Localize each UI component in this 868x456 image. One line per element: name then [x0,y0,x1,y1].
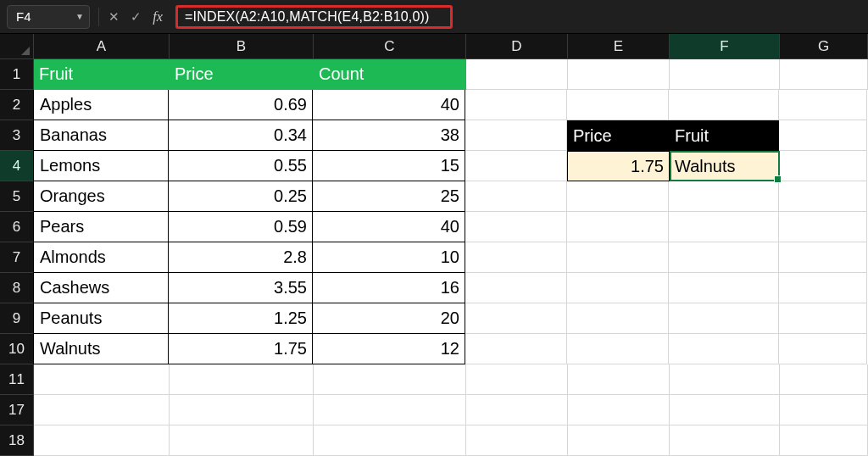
cell-d17[interactable] [466,395,568,425]
cell-c9[interactable]: 20 [313,303,465,334]
cell-b10[interactable]: 1.75 [169,334,313,364]
cell-g9[interactable] [779,303,867,334]
cell-g17[interactable] [780,395,868,425]
cell-f1[interactable] [670,59,780,90]
cell-g4[interactable] [779,151,867,181]
formula-input[interactable]: =INDEX(A2:A10,MATCH(E4,B2:B10,0)) [185,9,430,24]
cell-b3[interactable]: 0.34 [169,120,313,151]
cell-a8[interactable]: Cashews [33,273,169,303]
cell-g18[interactable] [780,425,868,456]
cell-d4[interactable] [465,151,567,181]
cell-e8[interactable] [567,273,669,303]
cell-c18[interactable] [314,425,466,456]
cell-b18[interactable] [170,425,314,456]
cell-b7[interactable]: 2.8 [169,242,313,273]
cell-d8[interactable] [465,273,567,303]
cell-g6[interactable] [779,212,867,242]
column-header-d[interactable]: D [466,34,568,59]
cell-d7[interactable] [465,242,567,273]
cell-b6[interactable]: 0.59 [169,212,313,242]
cell-g10[interactable] [779,334,867,364]
cell-g3[interactable] [779,120,867,151]
row-header-17[interactable]: 17 [0,395,34,425]
cell-b8[interactable]: 3.55 [169,273,313,303]
name-box[interactable]: F4 ▼ [7,5,90,29]
cell-b17[interactable] [170,395,314,425]
cell-f3[interactable]: Fruit [669,120,779,151]
column-header-a[interactable]: A [34,34,170,59]
cell-a17[interactable] [34,395,170,425]
fx-icon[interactable]: fx [147,9,169,25]
row-header-8[interactable]: 8 [0,273,34,303]
cell-g1[interactable] [780,59,868,90]
row-header-11[interactable]: 11 [0,364,34,395]
cell-a10[interactable]: Walnuts [33,334,169,364]
cell-c2[interactable]: 40 [313,90,465,120]
cell-f17[interactable] [670,395,780,425]
row-header-3[interactable]: 3 [0,120,34,151]
cell-b1[interactable]: Price [170,59,314,90]
row-header-5[interactable]: 5 [0,181,34,212]
cell-a4[interactable]: Lemons [33,151,169,181]
cell-b2[interactable]: 0.69 [169,90,313,120]
cell-c7[interactable]: 10 [313,242,465,273]
cell-d6[interactable] [465,212,567,242]
row-header-4[interactable]: 4 [0,151,34,181]
chevron-down-icon[interactable]: ▼ [75,12,84,21]
cell-b9[interactable]: 1.25 [169,303,313,334]
cell-c4[interactable]: 15 [313,151,465,181]
cell-e1[interactable] [568,59,670,90]
select-all-button[interactable] [0,34,34,59]
cell-g2[interactable] [779,90,867,120]
cell-d1[interactable] [466,59,568,90]
enter-formula-button[interactable]: ✓ [125,5,147,29]
cell-b4[interactable]: 0.55 [169,151,313,181]
cell-e10[interactable] [567,334,669,364]
cell-f5[interactable] [669,181,779,212]
cell-c3[interactable]: 38 [313,120,465,151]
cell-g8[interactable] [779,273,867,303]
cell-c1[interactable]: Count [314,59,466,90]
row-header-10[interactable]: 10 [0,334,34,364]
cell-f10[interactable] [669,334,779,364]
cell-e6[interactable] [567,212,669,242]
column-header-e[interactable]: E [568,34,670,59]
cell-a6[interactable]: Pears [33,212,169,242]
cell-f6[interactable] [669,212,779,242]
cell-d2[interactable] [465,90,567,120]
cell-b11[interactable] [170,364,314,395]
cell-c5[interactable]: 25 [313,181,465,212]
cell-e11[interactable] [568,364,670,395]
worksheet[interactable]: A B C D E F G 1 2 3 4 5 6 7 8 9 10 11 17… [0,34,868,456]
cell-a5[interactable]: Oranges [33,181,169,212]
cell-e17[interactable] [568,395,670,425]
cell-a3[interactable]: Bananas [33,120,169,151]
row-header-7[interactable]: 7 [0,242,34,273]
cell-f9[interactable] [669,303,779,334]
cell-g5[interactable] [779,181,867,212]
cell-a1[interactable]: Fruit [34,59,170,90]
cell-c10[interactable]: 12 [313,334,465,364]
cell-c17[interactable] [314,395,466,425]
cell-c11[interactable] [314,364,466,395]
cell-f7[interactable] [669,242,779,273]
row-header-9[interactable]: 9 [0,303,34,334]
cell-g11[interactable] [780,364,868,395]
cell-e5[interactable] [567,181,669,212]
row-header-18[interactable]: 18 [0,425,34,456]
cell-c6[interactable]: 40 [313,212,465,242]
cell-a9[interactable]: Peanuts [33,303,169,334]
cell-f2[interactable] [669,90,779,120]
cell-a2[interactable]: Apples [33,90,169,120]
cell-g7[interactable] [779,242,867,273]
cell-f8[interactable] [669,273,779,303]
cell-c8[interactable]: 16 [313,273,465,303]
cell-e2[interactable] [567,90,669,120]
cancel-formula-button[interactable]: ✕ [103,5,125,29]
cell-b5[interactable]: 0.25 [169,181,313,212]
cell-d11[interactable] [466,364,568,395]
cell-e9[interactable] [567,303,669,334]
cell-d9[interactable] [465,303,567,334]
cell-d5[interactable] [465,181,567,212]
column-header-f[interactable]: F [670,34,780,59]
